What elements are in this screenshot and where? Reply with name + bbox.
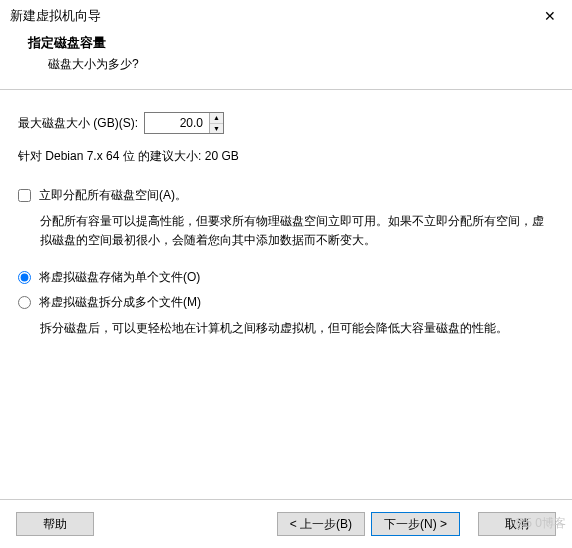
store-split-option[interactable]: 将虚拟磁盘拆分成多个文件(M) (18, 294, 554, 311)
store-split-label: 将虚拟磁盘拆分成多个文件(M) (39, 294, 201, 311)
store-single-option[interactable]: 将虚拟磁盘存储为单个文件(O) (18, 269, 554, 286)
close-icon[interactable]: ✕ (538, 6, 562, 26)
split-desc: 拆分磁盘后，可以更轻松地在计算机之间移动虚拟机，但可能会降低大容量磁盘的性能。 (18, 319, 554, 338)
spinner-down-icon[interactable]: ▼ (210, 124, 223, 134)
store-split-radio[interactable] (18, 296, 31, 309)
recommend-text: 针对 Debian 7.x 64 位 的建议大小: 20 GB (18, 148, 554, 165)
spinner-up-icon[interactable]: ▲ (210, 113, 223, 124)
window-title: 新建虚拟机向导 (10, 7, 101, 25)
allocate-now-option[interactable]: 立即分配所有磁盘空间(A)。 (18, 187, 554, 204)
page-heading: 指定磁盘容量 (28, 34, 544, 52)
disk-size-input[interactable] (145, 113, 209, 133)
back-button[interactable]: < 上一步(B) (277, 512, 365, 536)
footer: 帮助 < 上一步(B) 下一步(N) > 取消 (0, 499, 572, 548)
allocate-now-checkbox[interactable] (18, 189, 31, 202)
allocate-desc: 分配所有容量可以提高性能，但要求所有物理磁盘空间立即可用。如果不立即分配所有空间… (18, 212, 554, 249)
cancel-button[interactable]: 取消 (478, 512, 556, 536)
disk-size-spinner[interactable]: ▲ ▼ (144, 112, 224, 134)
help-button[interactable]: 帮助 (16, 512, 94, 536)
store-single-radio[interactable] (18, 271, 31, 284)
next-button[interactable]: 下一步(N) > (371, 512, 460, 536)
page-subheading: 磁盘大小为多少? (28, 56, 544, 73)
allocate-now-label: 立即分配所有磁盘空间(A)。 (39, 187, 187, 204)
store-single-label: 将虚拟磁盘存储为单个文件(O) (39, 269, 200, 286)
disk-size-label: 最大磁盘大小 (GB)(S): (18, 115, 138, 132)
